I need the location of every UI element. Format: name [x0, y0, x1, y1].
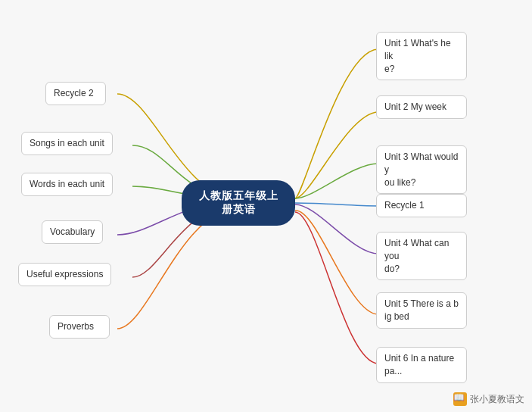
recycle1-node: Recycle 1: [376, 194, 467, 217]
watermark-icon: 📖: [453, 392, 467, 406]
recycle2-node: Recycle 2: [45, 82, 106, 105]
proverbs-node: Proverbs: [49, 315, 110, 339]
unit6-node: Unit 6 In a naturepa...: [376, 347, 467, 383]
watermark: 📖 张小夏教语文: [453, 392, 524, 406]
unit4-node: Unit 4 What can youdo?: [376, 232, 467, 280]
unit2-node: Unit 2 My week: [376, 95, 467, 119]
songs-node: Songs in each unit: [21, 132, 113, 155]
unit1-node: Unit 1 What's he like?: [376, 32, 467, 80]
watermark-text: 张小夏教语文: [470, 393, 524, 406]
center-node: 人教版五年级上册英语: [182, 180, 295, 226]
words-node: Words in each unit: [21, 173, 113, 196]
useful-expressions-node: Useful expressions: [18, 263, 111, 286]
vocabulary-node: Vocabulary: [42, 220, 103, 244]
unit3-node: Unit 3 What would you like?: [376, 145, 467, 194]
unit5-node: Unit 5 There is a big bed: [376, 292, 467, 329]
